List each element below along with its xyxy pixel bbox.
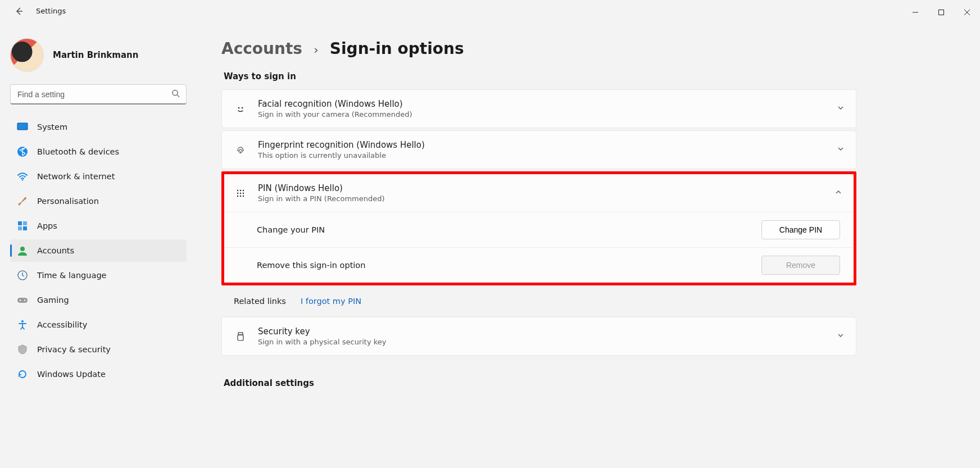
nav-personalisation[interactable]: Personalisation <box>10 190 187 212</box>
nav-system[interactable]: System <box>10 116 187 138</box>
pin-remove-row: Remove this sign-in option Remove <box>224 247 854 283</box>
option-subtitle: Sign in with your camera (Recommended) <box>258 110 412 119</box>
svg-rect-7 <box>23 221 27 225</box>
nav-update[interactable]: Windows Update <box>10 363 187 385</box>
search-input[interactable] <box>10 84 187 104</box>
maximize-button[interactable] <box>928 3 954 21</box>
svg-point-21 <box>237 192 238 193</box>
nav-privacy[interactable]: Privacy & security <box>10 338 187 361</box>
svg-point-5 <box>22 179 24 181</box>
nav-bluetooth[interactable]: Bluetooth & devices <box>10 140 187 163</box>
option-title: Facial recognition (Windows Hello) <box>258 99 412 109</box>
svg-point-19 <box>240 189 241 190</box>
option-pin-expanded: PIN (Windows Hello) Sign in with a PIN (… <box>221 171 856 285</box>
pin-remove-label: Remove this sign-in option <box>257 261 365 270</box>
system-icon <box>17 121 28 133</box>
option-subtitle: This option is currently unavailable <box>258 151 425 160</box>
nav-label: Bluetooth & devices <box>37 147 119 156</box>
svg-rect-9 <box>23 226 27 230</box>
section-ways-header: Ways to sign in <box>224 71 856 81</box>
svg-point-14 <box>24 299 25 301</box>
pin-change-row: Change your PIN Change PIN <box>224 212 854 247</box>
svg-point-10 <box>20 247 25 251</box>
change-pin-button[interactable]: Change PIN <box>761 220 840 239</box>
option-title: Security key <box>258 326 387 337</box>
related-label: Related links <box>234 297 286 306</box>
person-icon <box>17 245 28 256</box>
nav-label: System <box>37 122 67 131</box>
nav-label: Time & language <box>37 271 107 280</box>
wifi-icon <box>17 171 28 182</box>
window-controls <box>902 3 980 21</box>
nav-label: Network & internet <box>37 172 115 181</box>
nav-accounts[interactable]: Accounts <box>10 239 187 262</box>
option-security-key[interactable]: Security key Sign in with a physical sec… <box>221 317 856 356</box>
nav-apps[interactable]: Apps <box>10 215 187 237</box>
svg-rect-0 <box>939 10 944 15</box>
svg-rect-12 <box>17 298 28 303</box>
svg-rect-28 <box>238 335 243 340</box>
option-facial-recognition[interactable]: Facial recognition (Windows Hello) Sign … <box>221 89 856 128</box>
nav-label: Accessibility <box>37 320 87 329</box>
svg-point-25 <box>240 195 241 196</box>
nav-label: Accounts <box>37 246 74 255</box>
bluetooth-icon <box>17 146 28 157</box>
option-title: Fingerprint recognition (Windows Hello) <box>258 140 425 150</box>
search-wrap <box>10 84 187 104</box>
nav-time[interactable]: Time & language <box>10 264 187 287</box>
chevron-down-icon <box>837 103 845 114</box>
svg-point-22 <box>240 192 241 193</box>
chevron-down-icon <box>837 331 845 342</box>
option-subtitle: Sign in with a physical security key <box>258 338 387 346</box>
nav-gaming[interactable]: Gaming <box>10 289 187 311</box>
sidebar: Martin Brinkmann System Bluetooth & devi… <box>0 27 197 468</box>
close-button[interactable] <box>954 3 980 21</box>
svg-point-24 <box>237 195 238 196</box>
nav-label: Personalisation <box>37 197 99 206</box>
svg-point-15 <box>21 320 24 322</box>
remove-pin-button[interactable]: Remove <box>761 256 840 275</box>
profile-name: Martin Brinkmann <box>53 50 138 60</box>
gamepad-icon <box>17 294 28 306</box>
back-button[interactable] <box>11 3 27 19</box>
option-pin-header[interactable]: PIN (Windows Hello) Sign in with a PIN (… <box>224 174 854 212</box>
chevron-right-icon: › <box>314 43 319 57</box>
svg-point-18 <box>237 189 238 190</box>
svg-rect-8 <box>18 226 22 230</box>
svg-rect-2 <box>17 123 28 130</box>
title-bar: Settings <box>0 0 980 27</box>
breadcrumb-top[interactable]: Accounts <box>221 39 302 58</box>
related-links: Related links I forgot my PIN <box>221 288 856 317</box>
nav-network[interactable]: Network & internet <box>10 165 187 188</box>
fingerprint-icon <box>234 144 247 156</box>
nav-label: Apps <box>37 221 57 230</box>
breadcrumb: Accounts › Sign-in options <box>221 39 856 58</box>
minimize-icon <box>912 9 919 16</box>
shield-icon <box>17 344 28 355</box>
chevron-down-icon <box>837 144 845 155</box>
content: Accounts › Sign-in options Ways to sign … <box>197 27 980 468</box>
maximize-icon <box>938 9 945 16</box>
forgot-pin-link[interactable]: I forgot my PIN <box>301 297 361 306</box>
nav-label: Windows Update <box>37 370 106 379</box>
svg-point-16 <box>238 107 240 108</box>
svg-point-17 <box>242 107 243 108</box>
profile-block[interactable]: Martin Brinkmann <box>10 34 187 84</box>
avatar <box>10 38 44 72</box>
accessibility-icon <box>17 319 28 330</box>
search-icon <box>171 89 180 100</box>
apps-icon <box>17 220 28 231</box>
page-title: Sign-in options <box>330 39 464 58</box>
keypad-icon <box>234 188 247 199</box>
svg-point-13 <box>20 299 21 301</box>
pin-change-label: Change your PIN <box>257 225 325 234</box>
face-icon <box>234 103 247 115</box>
close-icon <box>964 9 970 16</box>
option-fingerprint[interactable]: Fingerprint recognition (Windows Hello) … <box>221 130 856 169</box>
svg-rect-6 <box>18 221 22 225</box>
app-title: Settings <box>36 3 66 19</box>
svg-point-26 <box>243 195 244 196</box>
nav-accessibility[interactable]: Accessibility <box>10 313 187 336</box>
minimize-button[interactable] <box>902 3 928 21</box>
nav-label: Privacy & security <box>37 345 111 354</box>
